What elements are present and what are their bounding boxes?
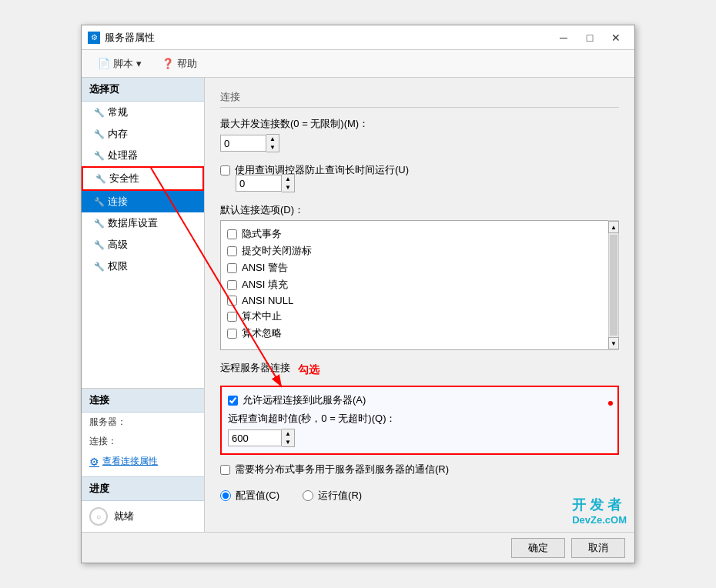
help-button[interactable]: ❓ 帮助 (155, 53, 204, 75)
remote-timeout-group: 远程查询超时值(秒，0 = 无超时)(Q)： ▲ ▼ (228, 412, 611, 447)
help-icon: ❓ (162, 58, 174, 69)
wrench-icon: 🔧 (94, 197, 105, 207)
sidebar-item-security[interactable]: 🔧 安全性 (82, 166, 204, 191)
script-icon: 📄 (98, 58, 110, 69)
option-ansi-fill: ANSI 填充 (227, 278, 612, 292)
implicit-tx-checkbox[interactable] (227, 229, 237, 239)
max-connections-label: 最大并发连接数(0 = 无限制)(M)： (220, 117, 619, 131)
allow-remote-checkbox[interactable] (228, 396, 238, 406)
increment-button-3[interactable]: ▲ (282, 429, 294, 438)
sidebar-section-title: 选择页 (82, 78, 204, 102)
sidebar-item-db-settings[interactable]: 🔧 数据库设置 (82, 212, 204, 234)
progress-title: 进度 (82, 476, 204, 501)
ansi-null-checkbox[interactable] (227, 296, 237, 306)
wrench-icon: 🔧 (94, 219, 105, 229)
main-window: ⚙ 服务器属性 ─ □ ✕ 📄 脚本 ▾ ❓ 帮助 选择页 🔧 常规 (81, 25, 635, 563)
cancel-button[interactable]: 取消 (571, 538, 625, 558)
use-query-checkbox[interactable] (220, 165, 230, 175)
dropdown-arrow-icon: ▾ (136, 58, 142, 69)
distributed-tx-label: 需要将分布式事务用于服务器到服务器的通信(R) (235, 463, 449, 476)
close-button[interactable]: ✕ (604, 28, 628, 47)
distributed-tx-row: 需要将分布式事务用于服务器到服务器的通信(R) (220, 463, 619, 476)
option-ansi-warn: ANSI 警告 (227, 261, 612, 275)
link-icon: ⚙ (89, 456, 99, 468)
sidebar-item-permissions[interactable]: 🔧 权限 (82, 256, 204, 277)
window-title: 服务器属性 (105, 31, 551, 45)
remote-options-highlighted: 允许远程连接到此服务器(A) 远程查询超时值(秒，0 = 无超时)(Q)： ▲ … (220, 386, 619, 455)
run-value-label: 运行值(R) (318, 489, 362, 503)
wrench-icon: 🔧 (94, 108, 105, 118)
increment-button-2[interactable]: ▲ (282, 175, 294, 183)
server-row: 服务器： (82, 413, 204, 432)
remote-section-title: 远程服务器连接 (220, 361, 290, 375)
remote-section: 远程服务器连接 勾选 允许远程连接到此服务器(A) 远程查询超时值(秒，0 = … (220, 361, 619, 476)
decrement-button-3[interactable]: ▼ (282, 438, 294, 446)
max-connections-spinbox: ▲ ▼ (220, 134, 282, 152)
sidebar-item-connection[interactable]: 🔧 连接 (82, 191, 204, 212)
ansi-warn-checkbox[interactable] (227, 263, 237, 273)
value-type-row: 配置值(C) 运行值(R) (220, 489, 619, 503)
wrench-icon: 🔧 (95, 174, 106, 184)
wrench-icon: 🔧 (94, 240, 105, 250)
ansi-fill-checkbox[interactable] (227, 280, 237, 290)
sidebar-item-memory[interactable]: 🔧 内存 (82, 123, 204, 145)
spinbox-buttons-3: ▲ ▼ (282, 429, 295, 447)
close-cursor-checkbox[interactable] (227, 246, 237, 256)
title-bar: ⚙ 服务器属性 ─ □ ✕ (82, 25, 634, 50)
sidebar: 选择页 🔧 常规 🔧 内存 🔧 处理器 🔧 安全性 🔧 连接 (82, 78, 205, 532)
config-value-label: 配置值(C) (236, 489, 279, 503)
sidebar-item-advanced[interactable]: 🔧 高级 (82, 234, 204, 256)
arith-abort-checkbox[interactable] (227, 312, 237, 322)
connection-section-header: 连接 (220, 90, 619, 108)
config-value-item: 配置值(C) (220, 489, 279, 503)
scroll-down-button[interactable]: ▼ (608, 337, 619, 349)
option-arith-ignore: 算术忽略 (227, 326, 612, 340)
option-arith-abort: 算术中止 (227, 309, 612, 323)
config-value-radio[interactable] (220, 490, 231, 501)
maximize-button[interactable]: □ (577, 28, 602, 47)
red-dot (608, 401, 613, 406)
run-value-radio[interactable] (303, 490, 313, 501)
connection-row: 连接： (82, 432, 204, 451)
max-connections-group: 最大并发连接数(0 = 无限制)(M)： ▲ ▼ (220, 117, 619, 152)
content-panel: 连接 最大并发连接数(0 = 无限制)(M)： ▲ ▼ 使用查询调控器防止查询长… (205, 78, 634, 532)
scroll-up-button[interactable]: ▲ (608, 221, 619, 233)
max-connections-input[interactable] (220, 135, 266, 152)
query-timeout-input[interactable] (236, 175, 282, 192)
spinbox-buttons-2: ▲ ▼ (282, 174, 295, 192)
remote-section-header: 远程服务器连接 勾选 (220, 361, 619, 379)
distributed-tx-checkbox[interactable] (220, 465, 230, 475)
default-options-label: 默认连接选项(D)： (220, 203, 619, 217)
connection-section-title: 连接 (82, 389, 204, 413)
remote-timeout-label: 远程查询超时值(秒，0 = 无超时)(Q)： (228, 412, 611, 426)
footer: 开 发 者 DevZe.cOM 确定 取消 (82, 532, 634, 563)
minimize-button[interactable]: ─ (551, 28, 576, 47)
allow-remote-label: 允许远程连接到此服务器(A) (243, 393, 366, 407)
check-annotation: 勾选 (298, 363, 320, 377)
sidebar-item-general[interactable]: 🔧 常规 (82, 102, 204, 123)
view-connection-link[interactable]: ⚙ 查看连接属性 (82, 451, 204, 472)
query-timeout-spinbox: ▲ ▼ (236, 174, 297, 192)
scrollbar[interactable]: ▲ ▼ (608, 220, 619, 350)
window-controls: ─ □ ✕ (551, 28, 628, 47)
progress-section: 进度 ○ 就绪 (82, 476, 204, 532)
remote-timeout-input[interactable] (228, 429, 282, 446)
progress-icon: ○ (89, 507, 108, 526)
ok-button[interactable]: 确定 (511, 538, 565, 558)
increment-button[interactable]: ▲ (266, 135, 279, 143)
options-box: 隐式事务 提交时关闭游标 ANSI 警告 ANSI 填充 (220, 220, 619, 350)
remote-timeout-spinbox: ▲ ▼ (228, 429, 289, 447)
scroll-thumb (610, 235, 617, 336)
arith-ignore-checkbox[interactable] (227, 329, 237, 339)
spinbox-buttons: ▲ ▼ (266, 134, 279, 152)
wrench-icon: 🔧 (94, 151, 105, 161)
toolbar: 📄 脚本 ▾ ❓ 帮助 (82, 50, 634, 78)
decrement-button-2[interactable]: ▼ (282, 183, 294, 192)
progress-row: ○ 就绪 (82, 501, 204, 532)
main-area: 选择页 🔧 常规 🔧 内存 🔧 处理器 🔧 安全性 🔧 连接 (82, 78, 634, 532)
script-button[interactable]: 📄 脚本 ▾ (91, 53, 149, 75)
wrench-icon: 🔧 (94, 262, 105, 272)
decrement-button[interactable]: ▼ (266, 143, 279, 152)
sidebar-item-processor[interactable]: 🔧 处理器 (82, 145, 204, 166)
option-ansi-null: ANSI NULL (227, 295, 612, 306)
